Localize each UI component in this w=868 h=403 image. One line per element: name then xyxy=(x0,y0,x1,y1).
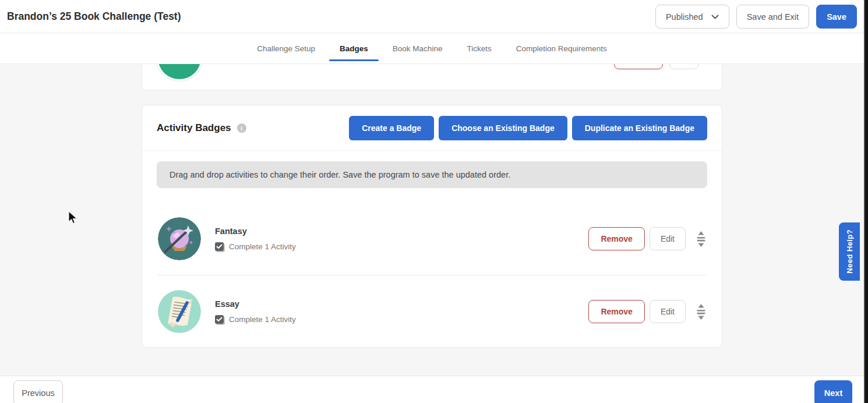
drag-handle-icon[interactable] xyxy=(696,231,706,248)
fantasy-badge-icon xyxy=(158,217,201,260)
tab-completion-requirements[interactable]: Completion Requirements xyxy=(515,33,608,63)
chevron-down-icon xyxy=(711,12,719,22)
activity-badges-header: Activity Badges i Create a Badge Choose … xyxy=(142,105,722,151)
app-header: Brandon’s 25 Book Challenge (Test) Publi… xyxy=(0,0,864,33)
tab-badges[interactable]: Badges xyxy=(338,33,369,63)
checkbox-checked-icon xyxy=(215,315,224,324)
badge-requirement: Complete 1 Activity xyxy=(229,242,296,251)
checkbox-checked-icon xyxy=(215,242,224,251)
save-button[interactable]: Save xyxy=(816,5,857,29)
duplicate-existing-badge-button[interactable]: Duplicate an Existing Badge xyxy=(572,116,707,140)
drag-handle-icon[interactable] xyxy=(696,303,706,320)
remove-badge-button[interactable]: Remove xyxy=(588,227,644,250)
tab-tickets[interactable]: Tickets xyxy=(465,33,492,63)
badge-name: Essay xyxy=(215,299,296,309)
create-badge-button[interactable]: Create a Badge xyxy=(349,116,434,140)
remove-badge-button[interactable]: Remove xyxy=(588,300,644,323)
activity-badges-card: Activity Badges i Create a Badge Choose … xyxy=(142,105,722,348)
header-actions: Published Save and Exit Save xyxy=(655,5,857,29)
footer-bar: Previous Next xyxy=(0,376,864,403)
next-button[interactable]: Next xyxy=(814,380,852,403)
program-editor-page: Brandon’s 25 Book Challenge (Test) Publi… xyxy=(0,0,864,403)
drag-drop-hint-text: Drag and drop activities to change their… xyxy=(170,170,510,179)
badge-rows: Fantasy Complete 1 Activity Remove Edit xyxy=(158,203,706,348)
drag-drop-hint-banner: Drag and drop activities to change their… xyxy=(157,161,707,188)
need-help-tab[interactable]: Need Help? xyxy=(839,222,860,281)
choose-existing-badge-button[interactable]: Choose an Existing Badge xyxy=(439,116,567,140)
activity-badges-title: Activity Badges xyxy=(157,122,231,134)
info-icon[interactable]: i xyxy=(237,123,246,133)
badge-row-essay: Essay Complete 1 Activity Remove Edit xyxy=(158,275,706,348)
page-title: Brandon’s 25 Book Challenge (Test) xyxy=(7,0,181,33)
window-edge xyxy=(864,0,868,403)
edit-badge-button[interactable]: Edit xyxy=(650,227,686,250)
need-help-label: Need Help? xyxy=(845,229,854,274)
publish-status-label: Published xyxy=(666,12,703,22)
tab-book-machine[interactable]: Book Machine xyxy=(391,33,444,63)
save-and-exit-button[interactable]: Save and Exit xyxy=(736,5,809,29)
previous-button[interactable]: Previous xyxy=(13,380,63,403)
badge-name: Fantasy xyxy=(215,227,296,236)
publish-status-dropdown[interactable]: Published xyxy=(655,5,729,29)
mouse-cursor xyxy=(68,211,77,224)
tab-challenge-setup[interactable]: Challenge Setup xyxy=(256,33,316,63)
tab-bar: Challenge Setup Badges Book Machine Tick… xyxy=(0,33,864,64)
essay-badge-icon xyxy=(158,290,201,333)
edit-badge-button[interactable]: Edit xyxy=(650,300,686,323)
badge-requirement: Complete 1 Activity xyxy=(229,315,296,324)
badge-row-fantasy: Fantasy Complete 1 Activity Remove Edit xyxy=(158,203,706,275)
